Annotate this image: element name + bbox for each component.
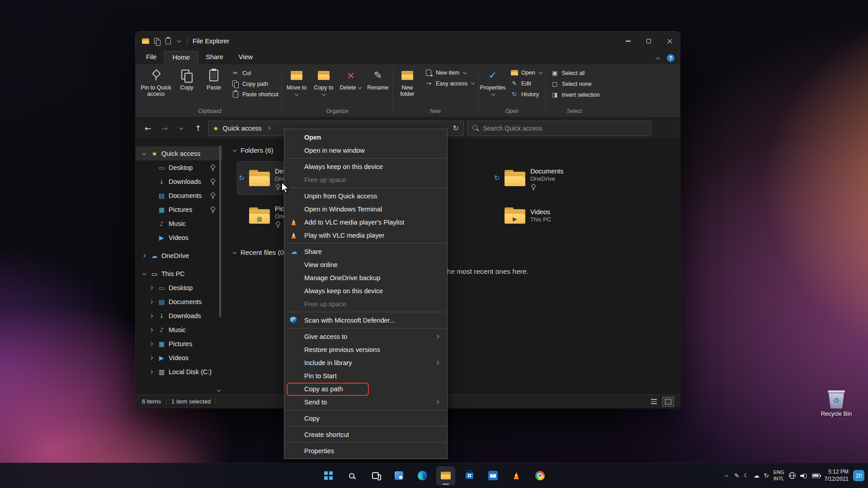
- menu-item[interactable]: View online: [284, 258, 447, 271]
- battery-icon[interactable]: [812, 474, 820, 478]
- details-view-button[interactable]: [648, 397, 659, 406]
- menu-item[interactable]: Open in new window: [284, 144, 447, 157]
- sidebar-item-pc-downloads[interactable]: ↓ Downloads: [136, 309, 222, 323]
- folder-tile[interactable]: ▶ Videos This PC: [493, 199, 616, 232]
- expand-chevron-icon[interactable]: [148, 313, 155, 319]
- close-button[interactable]: [659, 32, 680, 51]
- recycle-bin[interactable]: ♻ Recycle Bin: [814, 389, 859, 417]
- title-bar[interactable]: File Explorer: [136, 32, 680, 51]
- sidebar-scrollbar[interactable]: [219, 145, 221, 317]
- sidebar-item-pictures[interactable]: ▦ Pictures: [136, 202, 222, 216]
- ribbon-tab[interactable]: View: [231, 51, 260, 64]
- sidebar-item-pc-videos[interactable]: ▶ Videos: [136, 351, 222, 365]
- large-icons-view-button[interactable]: [663, 397, 674, 406]
- back-button[interactable]: ←: [141, 122, 155, 135]
- expand-chevron-icon[interactable]: [148, 341, 155, 347]
- expand-chevron-icon[interactable]: [148, 206, 155, 213]
- expand-chevron-icon[interactable]: [148, 285, 155, 291]
- sidebar-item-downloads[interactable]: ↓ Downloads: [136, 174, 222, 188]
- properties-button[interactable]: ✓ Properties: [480, 66, 506, 99]
- sidebar-item-documents[interactable]: ▤ Documents: [136, 188, 222, 202]
- recent-files-section-header[interactable]: Recent files (0): [231, 249, 286, 256]
- sidebar-item-quick-access[interactable]: ★ Quick access: [136, 146, 222, 160]
- collapse-ribbon-chevron-icon[interactable]: [655, 55, 661, 61]
- network-icon[interactable]: [789, 472, 796, 479]
- menu-item[interactable]: Unpin from Quick access: [284, 189, 447, 202]
- menu-item[interactable]: Open in Windows Terminal: [284, 202, 447, 216]
- menu-item[interactable]: Send to: [284, 395, 447, 408]
- history-button[interactable]: ↻ History: [509, 90, 544, 98]
- sidebar-item-videos[interactable]: ▶ Videos: [136, 230, 222, 244]
- help-icon[interactable]: ?: [667, 54, 675, 62]
- ribbon-tab[interactable]: File: [138, 51, 164, 64]
- mail-icon[interactable]: [483, 466, 502, 485]
- microsoft-store-icon[interactable]: [460, 466, 479, 485]
- hidden-icons-chevron-icon[interactable]: [723, 473, 730, 479]
- expand-chevron-icon[interactable]: [148, 164, 155, 171]
- folder-tile[interactable]: ↻ Documents OneDrive: [493, 162, 616, 194]
- expand-chevron-icon[interactable]: [148, 355, 155, 361]
- clock[interactable]: 5:12 PM 7/12/2021: [825, 469, 849, 483]
- sync-tray-icon[interactable]: ↻: [764, 472, 769, 479]
- sidebar-item-music[interactable]: ♪ Music: [136, 216, 222, 230]
- ribbon-tab[interactable]: Home: [164, 51, 198, 64]
- menu-item[interactable]: Free up space: [284, 297, 447, 310]
- copy-to-button[interactable]: Copy to: [311, 66, 337, 99]
- breadcrumb-chevron-icon[interactable]: [266, 125, 272, 131]
- pen-tray-icon[interactable]: ✎: [734, 472, 739, 479]
- file-explorer-icon[interactable]: [436, 466, 455, 485]
- expand-chevron-icon[interactable]: [141, 253, 147, 259]
- qat-properties-icon[interactable]: [154, 38, 160, 45]
- vlc-player-icon[interactable]: [507, 466, 526, 485]
- sidebar-item-pc-pictures[interactable]: ▦ Pictures: [136, 337, 222, 351]
- notification-badge[interactable]: 20: [853, 470, 864, 481]
- menu-item[interactable]: Always keep on this device: [284, 284, 447, 297]
- expand-chevron-icon[interactable]: [148, 299, 155, 305]
- recent-locations-button[interactable]: [175, 122, 188, 135]
- start-button[interactable]: [319, 466, 338, 485]
- easy-access-button[interactable]: → Easy access: [423, 80, 476, 87]
- expand-chevron-icon[interactable]: [148, 369, 155, 375]
- widgets-button[interactable]: [389, 466, 408, 485]
- menu-item[interactable]: Open: [284, 131, 447, 144]
- new-folder-button[interactable]: New folder: [394, 66, 420, 99]
- menu-item[interactable]: Include in library: [284, 356, 447, 369]
- open-button[interactable]: Open: [509, 69, 544, 76]
- menu-item[interactable]: Copy: [284, 412, 447, 425]
- search-box[interactable]: [467, 121, 651, 136]
- cut-button[interactable]: ✂ Cut: [230, 69, 280, 77]
- sidebar-item-desktop[interactable]: ▭ Desktop: [136, 160, 222, 174]
- edge-browser-icon[interactable]: [413, 466, 432, 485]
- night-light-tray-icon[interactable]: ☾: [744, 472, 749, 479]
- sidebar-item-pc-documents[interactable]: ▤ Documents: [136, 295, 222, 309]
- paste-shortcut-button[interactable]: Paste shortcut: [230, 91, 280, 98]
- select-none-button[interactable]: □ Select none: [549, 80, 602, 88]
- menu-item[interactable]: Restore previous versions: [284, 343, 447, 356]
- sidebar-item-this-pc[interactable]: ▭ This PC: [136, 267, 222, 281]
- invert-selection-button[interactable]: ◨ Invert selection: [549, 91, 602, 99]
- new-item-button[interactable]: New item: [423, 69, 476, 76]
- menu-item[interactable]: ☁ Share: [284, 245, 447, 258]
- paste-button[interactable]: Paste: [201, 66, 227, 92]
- rename-button[interactable]: ✎ Rename: [365, 66, 391, 92]
- menu-item[interactable]: Always keep on this device: [284, 160, 447, 173]
- forward-button[interactable]: →: [158, 122, 171, 135]
- expand-chevron-icon[interactable]: [148, 221, 155, 227]
- sidebar-item-onedrive[interactable]: ☁ OneDrive: [136, 249, 222, 263]
- select-all-button[interactable]: ▣ Select all: [549, 69, 602, 77]
- menu-item[interactable]: Scan with Microsoft Defender...: [284, 314, 447, 327]
- task-view-button[interactable]: [366, 466, 385, 485]
- breadcrumb[interactable]: Quick access: [223, 125, 262, 132]
- scroll-down-chevron-icon[interactable]: [216, 387, 222, 394]
- expand-chevron-icon[interactable]: [148, 327, 155, 333]
- expand-chevron-icon[interactable]: [148, 178, 155, 185]
- pin-to-quick-access-button[interactable]: Pin to Quick access: [139, 66, 173, 99]
- maximize-button[interactable]: [638, 32, 659, 51]
- sidebar-item-pc-music[interactable]: ♪ Music: [136, 323, 222, 337]
- expand-chevron-icon[interactable]: [148, 192, 155, 199]
- menu-item[interactable]: Give access to: [284, 330, 447, 343]
- refresh-button[interactable]: ↻: [453, 124, 459, 132]
- edit-button[interactable]: ✎ Edit: [509, 80, 544, 87]
- expand-chevron-icon[interactable]: [141, 271, 147, 277]
- sidebar-item-local-disk-c[interactable]: ▥ Local Disk (C:): [136, 365, 222, 379]
